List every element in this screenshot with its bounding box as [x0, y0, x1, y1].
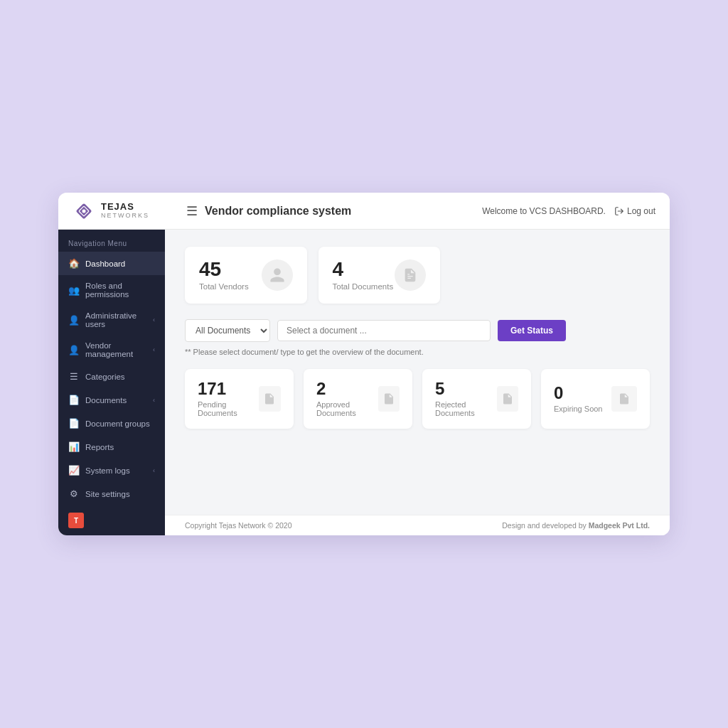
sidebar-item-doc-groups[interactable]: 📄 Document groups [58, 412, 165, 435]
content-inner: 45 Total Vendors 4 Total Documents [165, 230, 670, 515]
vendors-icon-bg [262, 259, 293, 291]
sidebar-item-label: System logs [85, 466, 130, 475]
reports-icon: 📊 [68, 441, 80, 452]
logout-icon [614, 206, 624, 216]
sidebar-item-label: Vendor management [85, 341, 147, 358]
stat-card-total-vendors: 45 Total Vendors [185, 247, 307, 304]
total-documents-number: 4 [333, 259, 394, 279]
chevron-icon: ‹ [153, 467, 155, 474]
header-center: ☰ Vendor compliance system [179, 203, 482, 219]
doc-icon [382, 392, 395, 405]
credit-company: Madgeek Pvt Ltd. [589, 521, 650, 530]
rejected-icon [497, 386, 519, 412]
documents-icon: 📄 [68, 395, 80, 405]
approved-label: Approved Documents [316, 400, 378, 417]
doc-icon [501, 392, 514, 405]
settings-icon: ⚙ [68, 488, 80, 499]
sidebar-item-reports[interactable]: 📊 Reports [58, 435, 165, 459]
chevron-icon: ‹ [153, 346, 155, 353]
stats-row-bottom: 171 Pending Documents 2 Approved Documen… [185, 369, 650, 429]
logo-sub: NETWORKS [101, 213, 149, 220]
rejected-number: 5 [435, 380, 497, 397]
total-documents-label: Total Documents [333, 282, 394, 291]
sidebar-item-site-settings[interactable]: ⚙ Site settings [58, 482, 165, 505]
stat-card-expiring: 0 Expiring Soon [541, 369, 650, 429]
copyright-text: Copyright Tejas Network © 2020 [185, 521, 292, 530]
expiring-icon [611, 386, 637, 412]
sidebar-footer: T [58, 505, 165, 535]
sidebar-item-label: Documents [85, 396, 127, 405]
admin-icon: 👤 [68, 315, 80, 326]
get-status-button[interactable]: Get Status [498, 320, 566, 341]
logo-area: TEJAS NETWORKS [73, 200, 179, 223]
document-search-input[interactable] [277, 320, 491, 341]
sidebar-item-label: Site settings [85, 490, 130, 498]
categories-icon: ☰ [68, 371, 80, 382]
sidebar-item-admin-users[interactable]: 👤 Administrative users ‹ [58, 305, 165, 335]
total-vendors-number: 45 [199, 259, 249, 279]
sidebar-item-system-logs[interactable]: 📈 System logs ‹ [58, 459, 165, 482]
logo-text: TEJAS NETWORKS [101, 202, 149, 219]
approved-number: 2 [316, 380, 378, 397]
approved-icon [378, 386, 400, 412]
sidebar-item-categories[interactable]: ☰ Categories [58, 365, 165, 388]
rejected-label: Rejected Documents [435, 400, 497, 417]
top-bar: TEJAS NETWORKS ☰ Vendor compliance syste… [58, 193, 670, 230]
nav-menu-label: Navigation Menu [58, 230, 165, 252]
sidebar-item-label: Dashboard [85, 259, 125, 268]
sidebar: Navigation Menu 🏠 Dashboard 👥 Roles and … [58, 230, 165, 535]
person-icon [269, 267, 286, 284]
pending-icon [259, 386, 281, 412]
chevron-icon: ‹ [153, 316, 155, 323]
svg-point-2 [82, 209, 86, 213]
credit-text: Design and developed by Madgeek Pvt Ltd. [502, 521, 650, 530]
stat-card-approved: 2 Approved Documents [304, 369, 412, 429]
sidebar-item-label: Reports [85, 443, 114, 451]
sidebar-item-label: Administrative users [85, 311, 147, 328]
sidebar-item-dashboard[interactable]: 🏠 Dashboard [58, 252, 165, 275]
welcome-text: Welcome to VCS DASHBOARD. [482, 206, 606, 216]
app-window: TEJAS NETWORKS ☰ Vendor compliance syste… [58, 193, 670, 535]
vendor-icon: 👤 [68, 345, 80, 355]
sidebar-item-label: Document groups [85, 419, 150, 428]
document-type-select[interactable]: All Documents [185, 319, 270, 342]
expiring-number: 0 [554, 385, 603, 402]
logout-button[interactable]: Log out [614, 206, 655, 216]
total-vendors-label: Total Vendors [199, 282, 249, 291]
header-right: Welcome to VCS DASHBOARD. Log out [482, 206, 655, 216]
sidebar-item-documents[interactable]: 📄 Documents ‹ [58, 388, 165, 412]
documents-icon-bg [395, 259, 426, 291]
header-title: Vendor compliance system [205, 205, 351, 218]
expiring-label: Expiring Soon [554, 405, 603, 413]
hamburger-icon[interactable]: ☰ [186, 203, 198, 219]
doc-groups-icon: 📄 [68, 418, 80, 429]
sidebar-item-label: Roles and permissions [85, 282, 155, 299]
pending-label: Pending Documents [198, 400, 259, 417]
sidebar-item-label: Categories [85, 373, 125, 381]
logo-icon [73, 200, 95, 223]
doc-icon [263, 392, 276, 405]
dashboard-icon: 🏠 [68, 258, 80, 269]
pending-number: 171 [198, 380, 259, 397]
main-layout: Navigation Menu 🏠 Dashboard 👥 Roles and … [58, 230, 670, 535]
logout-label: Log out [627, 206, 655, 216]
sidebar-item-roles[interactable]: 👥 Roles and permissions [58, 275, 165, 305]
logo-name: TEJAS [101, 202, 149, 212]
filter-hint: ** Please select document/ type to get t… [185, 348, 650, 356]
logs-icon: 📈 [68, 465, 80, 476]
content-footer: Copyright Tejas Network © 2020 Design an… [165, 515, 670, 535]
filter-row: All Documents Get Status [185, 319, 650, 342]
roles-icon: 👥 [68, 285, 80, 296]
stat-card-rejected: 5 Rejected Documents [422, 369, 531, 429]
doc-icon [618, 392, 631, 405]
stats-row-top: 45 Total Vendors 4 Total Documents [185, 247, 650, 304]
content-area: 45 Total Vendors 4 Total Documents [165, 230, 670, 535]
document-icon [402, 267, 418, 283]
stat-card-pending: 171 Pending Documents [185, 369, 294, 429]
footer-avatar: T [68, 513, 84, 528]
stat-card-total-documents: 4 Total Documents [318, 247, 441, 304]
sidebar-item-vendor-management[interactable]: 👤 Vendor management ‹ [58, 335, 165, 365]
chevron-icon: ‹ [153, 397, 155, 404]
